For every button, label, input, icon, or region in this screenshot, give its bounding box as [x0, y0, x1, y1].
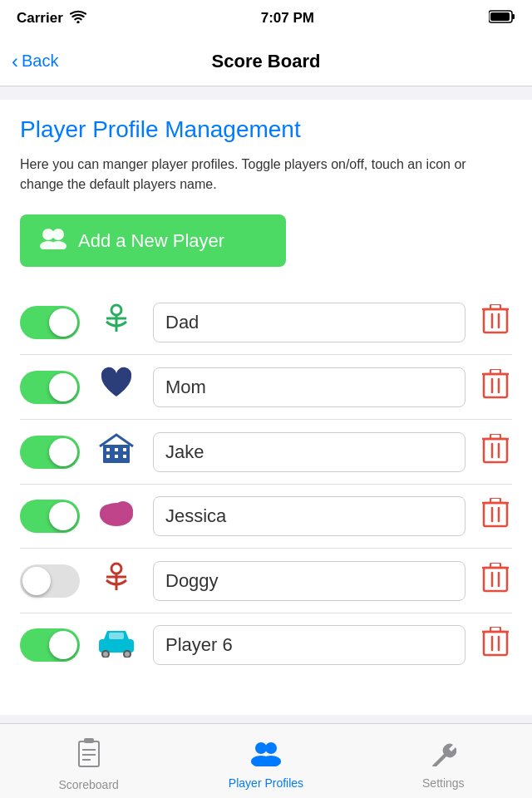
svg-rect-27 [484, 439, 507, 462]
back-label[interactable]: Back [22, 52, 58, 71]
svg-rect-22 [115, 448, 118, 451]
tab-player-profiles-label: Player Profiles [229, 776, 303, 790]
player-icon-car[interactable] [93, 626, 140, 665]
status-time: 7:07 PM [261, 10, 314, 27]
svg-rect-50 [109, 633, 124, 639]
add-player-icon: + [40, 226, 68, 255]
svg-point-5 [52, 229, 64, 240]
svg-rect-26 [123, 455, 126, 458]
carrier-label: Carrier [17, 10, 63, 27]
svg-rect-12 [484, 309, 507, 332]
player-toggle-6[interactable] [20, 628, 80, 662]
svg-rect-24 [106, 455, 110, 458]
main-content: Player Profile Management Here you can m… [0, 100, 532, 715]
player-name-input-4[interactable] [153, 496, 466, 536]
svg-rect-23 [123, 448, 126, 451]
tab-scoreboard[interactable]: Scoreboard [0, 732, 177, 791]
player-name-input-2[interactable] [153, 367, 466, 407]
player-name-input-1[interactable] [153, 303, 466, 342]
svg-point-0 [76, 21, 79, 23]
people-icon [249, 740, 283, 773]
svg-rect-25 [115, 455, 118, 458]
svg-rect-56 [84, 738, 94, 743]
delete-player-button-3[interactable] [479, 431, 512, 474]
delete-player-button-5[interactable] [479, 559, 512, 603]
player-row [20, 485, 512, 549]
status-bar: Carrier 7:07 PM [0, 0, 532, 37]
status-right [489, 9, 515, 28]
svg-rect-21 [106, 448, 110, 451]
delete-player-button-6[interactable] [479, 623, 512, 667]
svg-rect-3 [490, 12, 510, 21]
page-description: Here you can manger player profiles. Tog… [20, 155, 512, 195]
svg-point-61 [265, 742, 277, 754]
player-toggle-3[interactable] [20, 436, 80, 469]
svg-point-33 [113, 501, 133, 521]
player-row [20, 290, 512, 355]
tab-settings[interactable]: Settings [355, 733, 532, 790]
delete-player-button-2[interactable] [479, 366, 512, 409]
svg-rect-16 [484, 374, 507, 397]
delete-player-button-4[interactable] [479, 495, 512, 538]
add-player-label: Add a New Player [78, 230, 224, 252]
player-icon-anchor[interactable] [93, 559, 140, 603]
back-button[interactable]: ‹ Back [12, 50, 58, 73]
player-name-input-3[interactable] [153, 432, 466, 472]
player-row [20, 549, 512, 613]
player-toggle-1[interactable] [20, 306, 80, 339]
clipboard-icon [76, 738, 102, 775]
svg-point-4 [42, 229, 54, 240]
status-left: Carrier [17, 10, 86, 27]
player-list [20, 290, 512, 677]
tab-settings-label: Settings [422, 776, 465, 790]
player-icon-anchor[interactable] [93, 300, 140, 344]
player-toggle-2[interactable] [20, 371, 80, 404]
svg-rect-2 [512, 14, 515, 19]
wrench-icon [430, 740, 456, 773]
player-toggle-5[interactable] [20, 564, 80, 598]
battery-icon [489, 9, 515, 28]
back-chevron-icon: ‹ [12, 50, 18, 73]
player-row [20, 420, 512, 485]
nav-bar: ‹ Back Score Board [0, 37, 532, 86]
player-icon-cloud[interactable] [93, 496, 140, 537]
svg-point-60 [255, 742, 267, 754]
svg-rect-41 [484, 568, 507, 591]
player-toggle-4[interactable] [20, 500, 80, 533]
player-name-input-5[interactable] [153, 561, 466, 601]
tab-bar: Scoreboard Player Profiles Settings [0, 723, 532, 798]
svg-rect-20 [103, 445, 130, 463]
svg-point-38 [111, 564, 121, 574]
svg-point-47 [103, 652, 108, 657]
player-row [20, 613, 512, 677]
wifi-icon [70, 10, 86, 27]
svg-rect-34 [484, 503, 507, 526]
svg-point-49 [125, 652, 130, 657]
player-row [20, 355, 512, 420]
svg-rect-51 [484, 632, 507, 655]
player-icon-heart[interactable] [93, 365, 140, 409]
player-icon-building[interactable] [93, 430, 140, 474]
svg-text:+: + [63, 226, 68, 235]
svg-point-9 [111, 305, 121, 315]
delete-player-button-1[interactable] [479, 301, 512, 344]
tab-scoreboard-label: Scoreboard [58, 778, 118, 791]
nav-title: Score Board [212, 51, 321, 72]
tab-player-profiles[interactable]: Player Profiles [177, 733, 354, 790]
add-player-button[interactable]: + Add a New Player [20, 214, 286, 267]
page-title: Player Profile Management [20, 116, 512, 143]
player-name-input-6[interactable] [153, 625, 466, 665]
